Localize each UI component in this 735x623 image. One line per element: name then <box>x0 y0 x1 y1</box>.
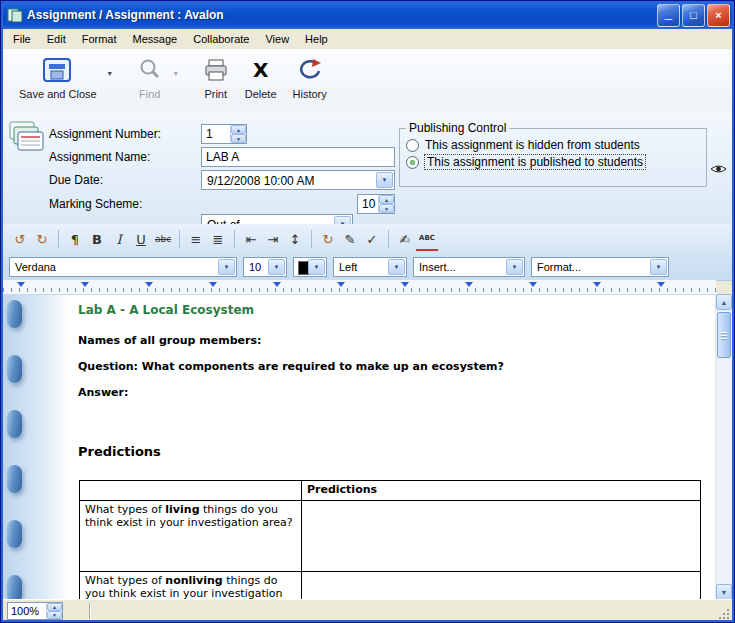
document-title[interactable]: Lab A - A Local Ecosystem <box>78 303 254 317</box>
pencil-icon[interactable]: ✎ <box>339 228 361 250</box>
delete-button[interactable]: X Delete <box>237 49 285 102</box>
table-row: What types of living things do you think… <box>80 501 701 572</box>
toolbar-separator <box>234 230 235 248</box>
font-size-combo[interactable]: 10 ▼ <box>243 257 287 277</box>
chevron-down-icon[interactable]: ▼ <box>506 259 523 275</box>
spin-down-icon[interactable]: ▼ <box>231 134 246 143</box>
marking-points-spinner[interactable]: 10 ▲▼ <box>357 194 395 214</box>
menu-edit[interactable]: Edit <box>39 30 74 48</box>
radio-unselected-icon[interactable] <box>406 139 419 152</box>
hidden-option-radio-row[interactable]: This assignment is hidden from students <box>406 138 700 152</box>
save-and-close-button[interactable]: Save and Close <box>11 49 105 102</box>
minimize-button[interactable]: ─ <box>657 4 680 27</box>
delete-label: Delete <box>245 88 277 100</box>
published-option-label: This assignment is published to students <box>425 155 645 169</box>
assignment-name-input[interactable] <box>201 147 395 167</box>
tab-stop-marker <box>17 282 25 287</box>
chevron-down-icon[interactable]: ▼ <box>268 259 285 275</box>
refresh-icon[interactable]: ↻ <box>317 228 339 250</box>
question-line[interactable]: Question: What components are required t… <box>78 360 504 373</box>
font-family-combo[interactable]: Verdana ▼ <box>9 257 237 277</box>
undo-icon[interactable]: ↺ <box>9 228 31 250</box>
strikethrough-icon[interactable]: abc <box>152 228 174 250</box>
maximize-button[interactable]: □ <box>682 4 705 27</box>
members-line[interactable]: Names of all group members: <box>78 334 261 347</box>
empty-header-cell[interactable] <box>80 481 302 501</box>
print-button[interactable]: Print <box>195 49 237 102</box>
font-color-combo[interactable]: ▼ <box>293 257 327 277</box>
redo-icon[interactable]: ↻ <box>31 228 53 250</box>
insert-combo[interactable]: Insert... ▼ <box>413 257 525 277</box>
indent-icon[interactable]: ⇥ <box>262 228 284 250</box>
underline-icon[interactable]: U <box>130 228 152 250</box>
answer-cell[interactable] <box>302 572 701 601</box>
predictions-heading[interactable]: Predictions <box>78 444 161 459</box>
resize-grip[interactable] <box>718 608 730 620</box>
question-cell[interactable]: What types of living things do you think… <box>80 501 302 572</box>
assignment-number-spinner[interactable]: 1 ▲▼ <box>201 124 247 144</box>
scroll-up-icon[interactable]: ▲ <box>716 294 732 310</box>
close-button[interactable]: × <box>707 4 730 27</box>
visibility-eye-icon <box>710 163 727 177</box>
spin-down-icon[interactable]: ▼ <box>47 611 62 619</box>
marking-points-value: 10 <box>358 195 378 213</box>
due-date-combo[interactable]: 9/12/2008 10:00 AM ▼ <box>201 170 395 190</box>
find-options-dropdown[interactable]: ▾ <box>171 69 181 78</box>
app-icon[interactable] <box>7 7 23 23</box>
zoom-spin-buttons[interactable]: ▲▼ <box>46 603 62 619</box>
menu-help[interactable]: Help <box>297 30 336 48</box>
published-option-radio-row[interactable]: This assignment is published to students <box>406 155 700 169</box>
answer-line[interactable]: Answer: <box>78 386 128 399</box>
radio-selected-icon[interactable] <box>406 156 419 169</box>
statusbar-divider <box>89 603 91 619</box>
menu-collaborate[interactable]: Collaborate <box>185 30 257 48</box>
menu-message[interactable]: Message <box>125 30 186 48</box>
numbered-list-icon[interactable]: ≣ <box>207 228 229 250</box>
save-options-dropdown[interactable]: ▾ <box>105 69 115 78</box>
formatting-toolbar: ↺↻¶BIUabc≡≣⇤⇥↕↻✎✓✍ABC <box>3 224 732 255</box>
spin-up-icon[interactable]: ▲ <box>47 603 62 611</box>
menu-bar: FileEditFormatMessageCollaborateViewHelp <box>3 29 732 50</box>
tab-stop-marker <box>529 282 537 287</box>
vertical-scrollbar[interactable]: ▲ ▼ <box>715 294 732 600</box>
marking-points-spin-buttons[interactable]: ▲▼ <box>378 195 394 213</box>
toolbar-separator <box>311 230 312 248</box>
spin-up-icon[interactable]: ▲ <box>379 195 394 204</box>
bullet-list-icon[interactable]: ≡ <box>185 228 207 250</box>
predictions-header-cell[interactable]: Predictions <box>302 481 701 501</box>
zoom-combo[interactable]: 100% ▲▼ <box>7 602 63 620</box>
menu-format[interactable]: Format <box>74 30 125 48</box>
spin-up-icon[interactable]: ▲ <box>231 125 246 134</box>
spellcheck-icon[interactable]: ABC <box>416 227 438 251</box>
assignment-form: Assignment Number: 1 ▲▼ Assignment Name:… <box>3 111 732 225</box>
find-button[interactable]: Find <box>129 49 171 102</box>
paragraph-icon[interactable]: ¶ <box>64 228 86 250</box>
assignment-number-spin-buttons[interactable]: ▲▼ <box>230 125 246 143</box>
history-button[interactable]: History <box>285 49 335 102</box>
format-combo[interactable]: Format... ▼ <box>531 257 669 277</box>
answer-cell[interactable] <box>302 501 701 572</box>
chevron-down-icon[interactable]: ▼ <box>650 259 667 275</box>
document-editor[interactable]: Lab A - A Local Ecosystem Names of all g… <box>3 294 732 600</box>
outdent-icon[interactable]: ⇤ <box>240 228 262 250</box>
history-label: History <box>293 88 327 100</box>
chevron-down-icon[interactable]: ▼ <box>218 259 235 275</box>
chevron-down-icon[interactable]: ▼ <box>308 259 325 275</box>
save-and-close-icon <box>43 55 73 85</box>
italic-icon[interactable]: I <box>108 228 130 250</box>
signature-icon[interactable]: ✍ <box>394 228 416 250</box>
scroll-down-icon[interactable]: ▼ <box>716 584 732 600</box>
question-cell[interactable]: What types of nonliving things do you th… <box>80 572 302 601</box>
chevron-down-icon[interactable]: ▼ <box>376 172 393 188</box>
print-icon <box>203 55 229 85</box>
check-icon[interactable]: ✓ <box>361 228 383 250</box>
bold-icon[interactable]: B <box>86 228 108 250</box>
menu-file[interactable]: File <box>5 30 39 48</box>
chevron-down-icon[interactable]: ▼ <box>388 259 405 275</box>
line-spacing-icon[interactable]: ↕ <box>284 228 306 250</box>
alignment-combo[interactable]: Left ▼ <box>333 257 407 277</box>
spin-down-icon[interactable]: ▼ <box>379 204 394 213</box>
menu-view[interactable]: View <box>257 30 297 48</box>
binder-strip <box>3 294 71 600</box>
scrollbar-thumb[interactable] <box>717 312 731 358</box>
